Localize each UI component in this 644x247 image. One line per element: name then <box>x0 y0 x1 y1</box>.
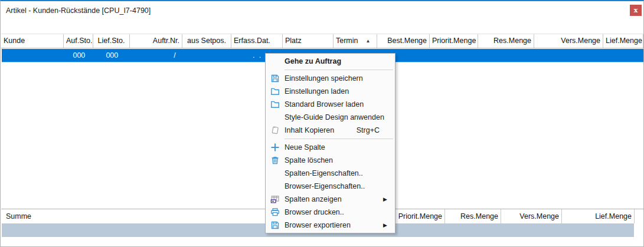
close-button[interactable]: x <box>630 5 642 16</box>
column-header-auftr-nr[interactable]: Auftr.Nr. <box>130 34 182 48</box>
menu-item-label: Gehe zu Auftrag <box>285 57 341 65</box>
column-header-auf-sto[interactable]: Auf.Sto. <box>64 34 93 48</box>
row-cell-lief-menge <box>603 49 643 62</box>
menu-item-standard-browser-laden[interactable]: Standard Browser laden <box>266 98 395 111</box>
column-header-res-menge[interactable]: Res.Menge <box>478 34 534 48</box>
menu-item-browser-eigenschaften[interactable]: Browser-Eigenschaften.. <box>266 180 395 193</box>
table-header-row: KundeAuf.Sto.Lief.Sto.Auftr.Nr.aus Setpo… <box>1 34 643 48</box>
menu-shortcut: Strg+C <box>357 126 389 134</box>
summary-column-header-res-menge: Res.Menge <box>445 209 501 223</box>
menu-item-label: Spalte löschen <box>285 156 333 164</box>
column-header-label: Platz <box>285 37 302 45</box>
column-header-lief-menge[interactable]: Lief.Menge <box>603 34 643 48</box>
menu-item-spalten-eigenschaften[interactable]: Spalten-Eigenschaften.. <box>266 167 395 180</box>
trash-icon <box>269 156 282 165</box>
menu-item-label: Style-Guide Design anwenden <box>285 113 384 121</box>
menu-item-neue-spalte[interactable]: Neue Spalte <box>266 141 395 154</box>
column-header-label: Lief.Menge <box>606 37 642 45</box>
row-cell-auftr-nr: / <box>130 49 183 62</box>
menu-separator <box>285 70 393 70</box>
column-header-platz[interactable]: Platz <box>283 34 334 48</box>
row-cell-auf-sto: 000 <box>64 49 94 62</box>
column-header-aus-setpos[interactable]: aus Setpos. <box>182 34 231 48</box>
column-header-termin[interactable]: Termin▲ <box>334 34 377 48</box>
column-header-lief-sto[interactable]: Lief.Sto. <box>93 34 130 48</box>
columns-icon <box>269 195 282 204</box>
menu-item-label: Browser-Eigenschaften.. <box>285 182 365 190</box>
copy-icon <box>269 126 282 135</box>
menu-item-spalte-löschen[interactable]: Spalte löschen <box>266 154 395 167</box>
menu-icon-placeholder <box>269 169 282 178</box>
menu-icon-placeholder <box>269 182 282 191</box>
menu-item-gehe-zu-auftrag[interactable]: Gehe zu Auftrag <box>266 55 395 68</box>
window-title: Artikel - Kunden-Rückstände [CPU_I7-4790… <box>6 6 151 15</box>
menu-item-label: Neue Spalte <box>285 143 325 152</box>
column-header-label: Res.Menge <box>493 37 531 45</box>
column-header-kunde[interactable]: Kunde <box>1 34 64 48</box>
close-icon: x <box>634 7 638 14</box>
menu-separator <box>285 139 393 139</box>
column-header-label: Auftr.Nr. <box>153 37 179 45</box>
browser-window: Artikel - Kunden-Rückstände [CPU_I7-4790… <box>0 0 644 247</box>
save-icon <box>269 74 282 83</box>
menu-item-browser-exportieren[interactable]: Browser exportieren▶ <box>266 219 395 232</box>
column-header-best-menge[interactable]: Best.Menge <box>377 34 430 48</box>
column-header-label: Best.Menge <box>387 37 427 45</box>
column-header-vers-menge[interactable]: Vers.Menge <box>534 34 603 48</box>
menu-item-label: Standard Browser laden <box>285 100 364 108</box>
menu-icon-placeholder <box>269 113 282 122</box>
folder-icon <box>269 87 282 96</box>
sort-ascending-icon: ▲ <box>366 38 371 44</box>
summary-label: Summe <box>6 212 31 220</box>
menu-icon-placeholder <box>269 57 282 66</box>
folder-icon <box>269 100 282 109</box>
menu-item-browser-drucken[interactable]: Browser drucken.. <box>266 206 395 219</box>
summary-column-header-lief-menge: Lief.Menge <box>562 209 635 223</box>
row-cell-lief-sto: 000 <box>94 49 130 62</box>
row-cell-aus-setpos <box>183 49 232 62</box>
menu-item-style-guide-design-anwenden[interactable]: Style-Guide Design anwenden <box>266 111 395 124</box>
menu-item-label: Spalten-Eigenschaften.. <box>285 169 363 177</box>
column-header-label: Priorit.Menge <box>432 37 476 45</box>
save-icon <box>269 220 282 230</box>
menu-item-label: Browser exportieren <box>285 221 351 229</box>
column-header-label: Kunde <box>4 37 25 45</box>
menu-item-label: Browser drucken.. <box>285 208 344 216</box>
column-header-label: Vers.Menge <box>561 37 600 45</box>
submenu-arrow-icon: ▶ <box>383 223 389 228</box>
column-header-label: aus Setpos. <box>187 37 226 45</box>
column-header-label: Auf.Sto. <box>66 37 92 45</box>
row-cell-priorit-menge <box>430 49 478 62</box>
column-header-label: Termin <box>336 37 358 45</box>
menu-item-label: Spalten anzeigen <box>285 195 342 203</box>
context-menu: Gehe zu AuftragEinstellungen speichernEi… <box>265 53 395 233</box>
menu-item-einstellungen-speichern[interactable]: Einstellungen speichern <box>266 72 395 85</box>
plus-icon <box>269 143 282 152</box>
menu-item-label: Inhalt Kopieren <box>285 126 334 134</box>
column-header-priorit-menge[interactable]: Priorit.Menge <box>430 34 478 48</box>
menu-item-label: Einstellungen speichern <box>285 74 363 83</box>
row-cell-res-menge <box>478 49 534 62</box>
menu-item-spalten-anzeigen[interactable]: Spalten anzeigen▶ <box>266 193 395 206</box>
column-header-label: Lief.Sto. <box>98 37 125 45</box>
row-cell-vers-menge <box>534 49 603 62</box>
menu-item-inhalt-kopieren[interactable]: Inhalt KopierenStrg+C <box>266 124 395 137</box>
column-header-erfass-dat[interactable]: Erfass.Dat. <box>231 34 283 48</box>
menu-item-label: Einstellungen laden <box>285 87 349 95</box>
menu-item-einstellungen-laden[interactable]: Einstellungen laden <box>266 85 395 98</box>
submenu-arrow-icon: ▶ <box>383 197 389 202</box>
row-cell-kunde <box>2 49 64 62</box>
printer-icon <box>269 208 282 217</box>
summary-column-header-vers-menge: Vers.Menge <box>501 209 562 223</box>
column-header-label: Erfass.Dat. <box>234 37 270 45</box>
